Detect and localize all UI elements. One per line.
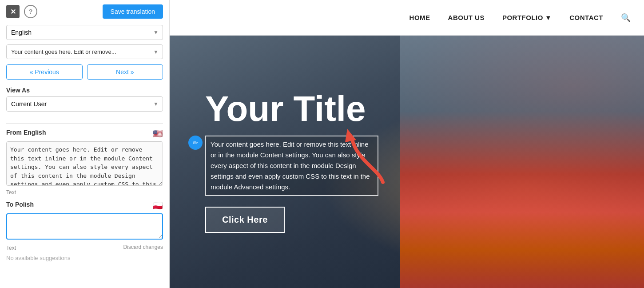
from-text-area[interactable]: Your content goes here. Edit or remove t…	[6, 141, 163, 186]
divider	[6, 123, 163, 124]
help-button[interactable]: ?	[24, 5, 37, 18]
nav-about[interactable]: ABOUT US	[448, 14, 485, 21]
edit-pencil-icon: ✏	[193, 139, 198, 146]
to-flag-icon: 🇵🇱	[152, 202, 163, 209]
hero-figure	[400, 36, 644, 288]
from-header: From English 🇺🇸	[6, 129, 163, 139]
hero-body-text: Your content goes here. Edit or remove t…	[211, 139, 373, 192]
nav-links: HOME ABOUT US PORTFOLIO ▼ CONTACT 🔍	[409, 13, 631, 23]
view-as-section: View As Current User ▼	[6, 87, 163, 112]
from-section: From English 🇺🇸 Your content goes here. …	[6, 129, 163, 196]
content-select[interactable]: Your content goes here. Edit or remove..…	[6, 44, 163, 59]
search-icon[interactable]: 🔍	[621, 13, 631, 23]
view-as-label: View As	[6, 87, 163, 94]
edit-icon-button[interactable]: ✏	[188, 136, 203, 150]
nav-portfolio[interactable]: PORTFOLIO ▼	[502, 14, 552, 21]
to-label: To Polish	[6, 201, 34, 208]
from-flag-icon: 🇺🇸	[152, 130, 163, 137]
language-select[interactable]: English Polish French German	[6, 25, 163, 40]
hero-section: Your Title ✏ Your content goes here. Edi…	[170, 36, 644, 288]
hero-title: Your Title	[205, 91, 366, 127]
view-as-select-wrapper: Current User ▼	[6, 96, 163, 112]
right-panel: HOME ABOUT US PORTFOLIO ▼ CONTACT 🔍 Your…	[170, 0, 644, 288]
hero-text-content: Your content goes here. Edit or remove t…	[205, 136, 378, 196]
nav-home[interactable]: HOME	[409, 14, 430, 21]
portfolio-dropdown-icon: ▼	[545, 14, 552, 21]
top-bar: ✕ ? Save translation	[6, 4, 163, 19]
next-button[interactable]: Next »	[87, 64, 163, 80]
to-section: To Polish 🇵🇱 Text Discard changes No ava…	[6, 201, 163, 261]
no-suggestions-text: No available suggestions	[6, 255, 163, 261]
site-nav: HOME ABOUT US PORTFOLIO ▼ CONTACT 🔍	[170, 0, 644, 36]
to-header: To Polish 🇵🇱	[6, 201, 163, 211]
content-select-wrapper: Your content goes here. Edit or remove..…	[6, 44, 163, 59]
to-input[interactable]	[6, 213, 163, 240]
close-button[interactable]: ✕	[6, 5, 20, 18]
from-field-type: Text	[6, 189, 163, 196]
nav-contact[interactable]: CONTACT	[569, 14, 603, 21]
left-panel: ✕ ? Save translation English Polish Fren…	[0, 0, 170, 288]
to-field-type: Text	[6, 245, 16, 251]
language-select-wrapper: English Polish French German ▼	[6, 25, 163, 40]
view-as-select[interactable]: Current User	[6, 96, 163, 112]
nav-portfolio-label: PORTFOLIO	[502, 14, 543, 21]
discard-changes-link[interactable]: Discard changes	[123, 244, 163, 250]
hero-cta-button[interactable]: Click Here	[205, 207, 285, 233]
previous-button[interactable]: « Previous	[6, 64, 83, 80]
nav-buttons: « Previous Next »	[6, 64, 163, 80]
from-label: From English	[6, 129, 46, 136]
to-footer: Text Discard changes	[6, 243, 163, 251]
hero-content: Your Title	[205, 91, 366, 136]
hero-figure-bg	[400, 36, 644, 288]
save-translation-button[interactable]: Save translation	[103, 4, 163, 19]
hero-text-block: ✏ Your content goes here. Edit or remove…	[205, 136, 378, 196]
